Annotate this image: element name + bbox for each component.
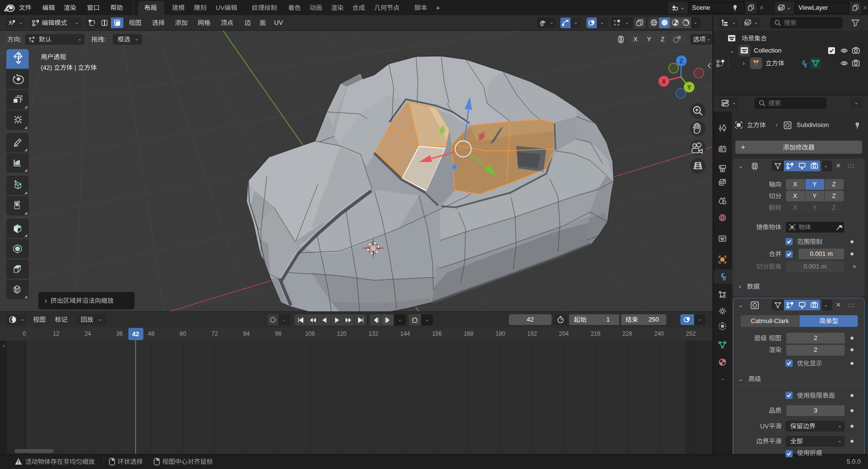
svg-text:Y: Y [687,84,691,91]
svg-text:Z: Z [679,58,683,65]
svg-text:X: X [662,78,666,85]
